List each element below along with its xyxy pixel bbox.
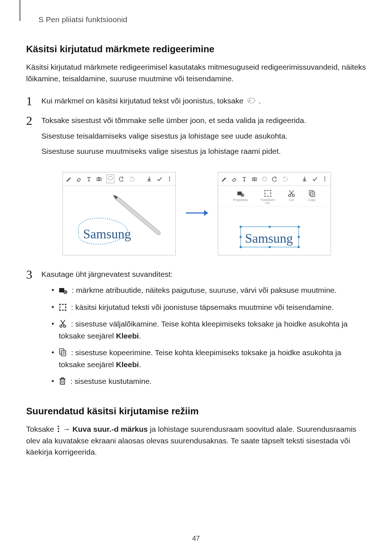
canvas-after: Samsung [218, 206, 331, 255]
toolbar-after [218, 172, 331, 186]
save-icon [146, 176, 152, 182]
svg-point-40 [240, 246, 242, 248]
properties-icon [59, 287, 68, 294]
svg-rect-20 [265, 190, 271, 196]
svg-point-14 [262, 177, 267, 181]
svg-point-17 [324, 180, 326, 181]
cut-icon [59, 319, 67, 328]
copy-icon [59, 348, 67, 357]
svg-point-21 [264, 190, 265, 191]
svg-point-26 [267, 196, 268, 197]
svg-point-22 [270, 190, 271, 191]
camera-icon [252, 176, 257, 182]
svg-point-41 [269, 246, 271, 248]
opt-item-delete: : sisestuse kustutamine. [52, 376, 367, 387]
svg-point-2 [98, 178, 100, 180]
redo-icon [282, 176, 288, 182]
page-number: 47 [0, 534, 392, 542]
opt-cut: Cut [287, 189, 295, 205]
svg-point-69 [58, 428, 59, 430]
undo-icon [119, 176, 124, 182]
step2-line2: Sisestuse teisaldamiseks valige sisestus… [41, 130, 367, 142]
undo-icon [272, 176, 278, 182]
pen-icon [66, 176, 72, 182]
check-icon [312, 176, 318, 182]
selection-icon [246, 97, 256, 104]
step-2: 2 Toksake sisestust või tõmmake selle üm… [26, 115, 367, 161]
save-icon [302, 176, 307, 182]
redo-icon [129, 176, 135, 182]
section-title-editing: Käsitsi kirjutatud märkmete redigeerimin… [26, 44, 367, 55]
eraser-icon [76, 176, 82, 182]
svg-point-25 [267, 190, 268, 191]
figure-row: Samsung [26, 172, 367, 255]
svg-point-28 [270, 193, 271, 194]
svg-point-24 [270, 196, 271, 197]
svg-marker-11 [204, 210, 208, 216]
svg-point-57 [64, 325, 66, 327]
svg-point-53 [62, 309, 63, 311]
svg-point-16 [324, 178, 326, 179]
text-icon [86, 176, 92, 182]
more-icon [322, 176, 328, 182]
svg-point-51 [65, 309, 66, 311]
handwriting-after: Samsung [245, 231, 293, 246]
svg-point-6 [169, 178, 170, 179]
svg-rect-47 [60, 304, 66, 310]
svg-point-44 [298, 236, 300, 238]
selection-tool-icon [262, 176, 268, 182]
svg-rect-63 [60, 379, 65, 384]
check-icon [156, 176, 162, 182]
canvas-before: Samsung [63, 186, 175, 255]
svg-point-48 [59, 304, 61, 305]
step-number-2: 2 [26, 115, 40, 127]
delete-icon [59, 377, 66, 385]
svg-point-56 [60, 325, 62, 327]
svg-point-5 [169, 176, 170, 177]
selection-tool-icon [106, 175, 114, 183]
section-title-zoom: Suurendatud käsitsi kirjutamise režiim [26, 406, 367, 417]
opt-copy-label: Copy [308, 198, 315, 202]
opt-transform-sub: into [265, 202, 270, 205]
opt-properties-label: Properties [233, 198, 248, 202]
svg-point-27 [264, 193, 265, 194]
transform-icon [59, 303, 67, 311]
svg-rect-65 [61, 378, 64, 379]
section1-lead: Käsitsi kirjutatud märkmete redigeerimis… [26, 61, 367, 84]
step-3: 3 Kasutage üht järgnevatest suvanditest:… [26, 268, 367, 398]
svg-point-0 [248, 98, 255, 103]
step1-text-after: . [258, 97, 261, 105]
selection-options: Properties Transform into Cut Copy [218, 186, 331, 206]
camera-icon [96, 176, 102, 182]
svg-point-54 [59, 307, 60, 308]
svg-point-43 [240, 236, 242, 238]
svg-point-7 [169, 180, 170, 181]
svg-point-50 [59, 309, 61, 311]
opt-item-copy: : sisestuse kopeerimine. Teise kohta kle… [52, 347, 367, 370]
svg-point-68 [58, 426, 59, 427]
svg-point-38 [269, 226, 271, 228]
opt-transform: Transform into [260, 189, 275, 205]
more-icon [167, 176, 172, 182]
svg-point-42 [298, 246, 300, 248]
svg-point-39 [298, 226, 300, 228]
step2-line1: Toksake sisestust või tõmmake selle ümbe… [41, 115, 367, 127]
svg-point-70 [58, 431, 59, 432]
device-before: Samsung [62, 172, 176, 255]
step2-line3: Sisestuse suuruse muutmiseks valige sise… [41, 145, 367, 157]
svg-rect-3 [98, 177, 99, 178]
handwriting-before: Samsung [83, 227, 131, 241]
device-after: Properties Transform into Cut Copy [218, 172, 331, 255]
opt-item-transform: : käsitsi kirjutatud teksti või joonistu… [52, 301, 367, 313]
step-number-3: 3 [26, 268, 40, 281]
opt-item-cut: : sisestuse väljalõikamine. Teise kohta … [52, 318, 367, 342]
pen-icon [221, 176, 227, 182]
svg-point-15 [324, 176, 326, 177]
svg-point-52 [62, 304, 63, 305]
opt-properties: Properties [233, 189, 248, 205]
page-header: S Pen pliiatsi funktsioonid [38, 15, 367, 24]
toolbar-before [63, 172, 175, 186]
text-icon [241, 176, 247, 182]
eraser-icon [231, 176, 237, 182]
svg-point-23 [264, 196, 265, 197]
